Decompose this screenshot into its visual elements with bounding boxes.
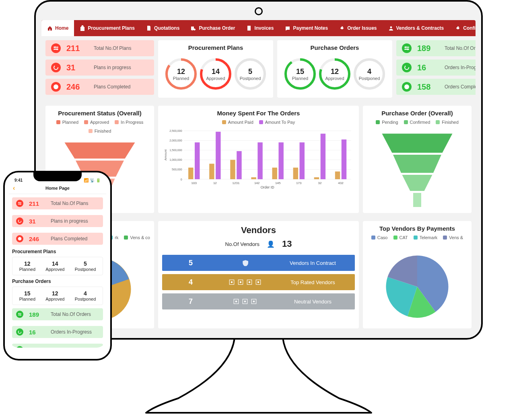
vendor-bar[interactable]: 7 Neutral Vendors: [162, 293, 355, 309]
stat-label: Orders In-Progress: [51, 329, 92, 335]
phone-stat-cell: 12Planned: [19, 260, 35, 272]
stat-label: Orders Completed: [51, 347, 90, 348]
stat-label: Orders Completed: [445, 84, 476, 90]
check-icon: [16, 235, 23, 242]
money-spent-chart-card: Money Spent For The Orders Amount PaidAm…: [158, 106, 359, 213]
gear-icon: [339, 25, 345, 31]
procurement-plans-card: Procurement Plans 12Planned 14Approved 5…: [158, 40, 273, 98]
spinner-icon: [16, 328, 23, 336]
vendor-bar[interactable]: 4 Top Rated Vendors: [162, 274, 355, 290]
svg-point-79: [253, 301, 255, 303]
svg-rect-51: [293, 168, 298, 179]
stat-tile: 246 Plans Completed: [45, 79, 154, 95]
tab-payment-notes[interactable]: Payment Notes: [279, 20, 334, 36]
user-icon: [388, 25, 394, 31]
vendor-bar-label: Neutral Vendors: [277, 299, 348, 305]
legend-label: Finished: [442, 120, 459, 125]
stat-number: 211: [66, 44, 88, 53]
top-vendors-pie-chart: [367, 244, 467, 324]
top-vendors-card: Top Vendors By Payments CasoCATTelemarkV…: [363, 221, 472, 328]
legend-label: In Progress: [121, 120, 143, 125]
svg-point-17: [405, 66, 409, 70]
tab-configuration[interactable]: Configuration: [449, 20, 476, 36]
money-spent-bar-chart: 0500,0001,000,0001,500,0002,000,0002,500…: [162, 129, 355, 189]
tab-label: Home: [55, 25, 68, 31]
stat-number: 31: [29, 218, 45, 225]
tab-purchase-order[interactable]: Purchase Order: [185, 20, 241, 36]
svg-rect-37: [195, 142, 200, 179]
legend-label: Approved: [90, 120, 109, 125]
ring-label: Approved: [206, 76, 225, 81]
tab-label: Proucurement Plans: [88, 25, 135, 31]
sliders-icon: [16, 200, 23, 207]
home-icon: [47, 25, 53, 31]
svg-rect-39: [209, 164, 214, 179]
stat-label: Total No.Of Orders: [51, 311, 91, 317]
stat-label: Orders In-Progress: [445, 65, 476, 70]
stat-number: 16: [29, 329, 45, 336]
section-title: Money Spent For The Orders: [162, 110, 355, 117]
tab-invoices[interactable]: Invoices: [241, 20, 279, 36]
tab-order-issues[interactable]: Order Issues: [334, 20, 382, 36]
stat-tile: 211 Total No.Of Plans: [12, 197, 103, 209]
check-icon: [51, 82, 61, 92]
svg-rect-42: [230, 160, 235, 179]
funnel-chart-orders: [367, 129, 467, 209]
stat-tile: 158 Orders Completed: [396, 79, 476, 95]
svg-point-75: [235, 301, 237, 303]
stat-label: Total No.Of Plans: [51, 201, 88, 206]
vendor-bar-label: Top Rated Vendors: [277, 279, 348, 285]
svg-marker-19: [65, 143, 135, 159]
legend-label: Telemark: [420, 235, 438, 240]
tab-vendors-contracts[interactable]: Vendors & Contracts: [383, 20, 450, 36]
svg-text:173: 173: [296, 181, 302, 185]
tab-proucurement-plans[interactable]: Proucurement Plans: [74, 20, 140, 36]
svg-text:2,500,000: 2,500,000: [169, 129, 182, 133]
svg-rect-52: [300, 142, 305, 179]
section-title: Purchase Order (Overall): [367, 110, 467, 117]
svg-point-2: [457, 27, 459, 29]
legend-label: Finished: [95, 129, 111, 133]
vendor-bar-count: 5: [169, 259, 213, 267]
svg-point-82: [18, 330, 21, 333]
ring-value: 15: [296, 68, 304, 76]
tab-home[interactable]: Home: [41, 20, 74, 36]
phone-section-label: Purchase Orders: [12, 279, 103, 284]
section-title: Procurement Status (Overall): [49, 110, 150, 117]
tab-label: Configuration: [463, 25, 476, 31]
vendor-bar-icons: [213, 260, 277, 266]
ring-stat: 14Approved: [198, 57, 233, 91]
ring-label: Planned: [173, 76, 189, 81]
spinner-icon: [16, 217, 23, 225]
phone-title: Home Page: [45, 186, 70, 191]
vendor-bar-count: 7: [169, 297, 213, 306]
svg-marker-63: [402, 175, 432, 191]
svg-marker-62: [393, 155, 441, 173]
stat-tile: 189 Total No.Of Orders: [396, 40, 476, 56]
tab-quotations[interactable]: Quotations: [140, 20, 185, 36]
svg-rect-49: [278, 142, 283, 179]
stat-tile: 31 Plans in progress: [12, 215, 103, 227]
check-icon: [402, 82, 412, 92]
svg-text:145: 145: [275, 181, 281, 185]
phone-section-label: Procurement Plans: [12, 249, 103, 254]
ring-value: 12: [177, 68, 185, 76]
ring-label: Approved: [325, 76, 344, 81]
back-button[interactable]: ‹: [13, 184, 15, 192]
svg-text:0: 0: [181, 178, 182, 181]
svg-rect-58: [342, 139, 346, 179]
spinner-icon: [402, 63, 412, 72]
vendor-bar-label: Vendors In Contract: [277, 260, 348, 266]
vendor-bar[interactable]: 5 Vendors In Contract: [162, 255, 355, 271]
svg-text:Amount: Amount: [164, 149, 167, 160]
stat-tile: 211 Total No.Of Plans: [45, 40, 154, 56]
legend-label: Planned: [62, 120, 78, 125]
legend-label: Amount Paid: [228, 120, 253, 125]
vendor-bar-icons: [213, 279, 277, 285]
truck-icon: [191, 25, 196, 31]
svg-point-67: [231, 281, 233, 283]
tab-label: Order Issues: [347, 25, 377, 31]
section-title: Top Vendors By Payments: [367, 225, 467, 232]
spinner-icon: [51, 63, 61, 72]
po-overall-card: Purchase Order (Overall) PendingConfirme…: [363, 106, 472, 213]
